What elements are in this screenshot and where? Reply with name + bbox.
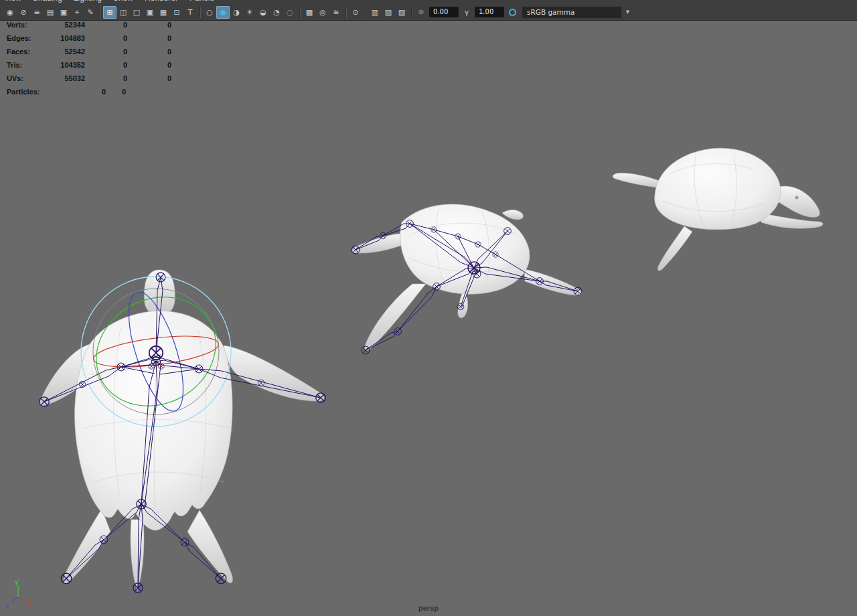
lock-camera-icon: ⊘ bbox=[20, 8, 26, 17]
resolution-gate-icon: □ bbox=[133, 8, 140, 17]
wireframe-icon: ○ bbox=[206, 8, 213, 17]
lights-icon: ☀ bbox=[246, 8, 253, 17]
camera-name-label: persp bbox=[0, 604, 857, 612]
toolbar-separator bbox=[411, 7, 412, 18]
grid-icon: ⊞ bbox=[106, 8, 112, 17]
textured-display-button[interactable]: ◑ bbox=[230, 6, 243, 19]
motion-blur-button[interactable]: ◌ bbox=[283, 6, 297, 19]
smooth-shade-button[interactable]: ● bbox=[216, 6, 230, 19]
grid-toggle-button[interactable]: ⊞ bbox=[103, 6, 116, 19]
ambient-occlusion-icon: ◔ bbox=[273, 8, 280, 17]
hud-value: 0 bbox=[131, 48, 171, 56]
gate-mask-button[interactable]: ▣ bbox=[143, 6, 157, 19]
hud-row-edges: Edges: 104883 0 0 bbox=[0, 32, 187, 46]
hud-value: 104352 bbox=[40, 61, 85, 69]
ambient-occlusion-button[interactable]: ◔ bbox=[270, 6, 283, 19]
image-plane-button[interactable]: ▣ bbox=[57, 6, 70, 19]
exposure-icon: ☼ bbox=[418, 8, 424, 17]
fog-button[interactable]: ≋ bbox=[329, 6, 343, 19]
safe-title-button[interactable]: T bbox=[183, 6, 197, 19]
hud-value: 0 bbox=[87, 61, 127, 69]
select-camera-icon: ◉ bbox=[7, 8, 13, 17]
safe-title-icon: T bbox=[188, 8, 193, 17]
fog-icon: ≋ bbox=[333, 8, 339, 17]
turtle-model-front[interactable] bbox=[40, 270, 324, 591]
hud-label: Edges: bbox=[7, 34, 31, 42]
wireframe-display-button[interactable]: ○ bbox=[203, 6, 216, 19]
bookmark-icon: ▤ bbox=[47, 8, 54, 17]
grease-pencil-icon: ✎ bbox=[87, 8, 93, 17]
film-gate-button[interactable]: ◫ bbox=[116, 6, 130, 19]
xray-joints-button[interactable]: ▨ bbox=[395, 6, 408, 19]
menu-shading[interactable]: Shading bbox=[33, 0, 62, 3]
grease-pencil-button[interactable]: ✎ bbox=[84, 6, 97, 19]
resolution-gate-button[interactable]: □ bbox=[130, 6, 143, 19]
hud-value: 0 bbox=[87, 34, 127, 42]
hud-value: 0 bbox=[87, 48, 127, 56]
hud-value: 0 bbox=[131, 34, 171, 42]
gamma-toggle-button[interactable]: γ bbox=[460, 6, 473, 19]
hud-value: 0 bbox=[87, 74, 127, 82]
turtle-model-right[interactable] bbox=[613, 148, 823, 271]
xray-joints-icon: ▨ bbox=[398, 8, 405, 17]
hud-label: Particles: bbox=[7, 88, 40, 96]
hud-row-faces: Faces: 52542 0 0 bbox=[0, 46, 187, 59]
anti-aliasing-button[interactable]: ▩ bbox=[303, 6, 316, 19]
field-chart-icon: ▦ bbox=[160, 8, 167, 17]
menu-show[interactable]: Show bbox=[113, 0, 133, 3]
hud-row-verts: Verts: 52344 0 0 bbox=[0, 19, 187, 32]
gamma-field[interactable]: 1.00 bbox=[475, 7, 504, 17]
xray-icon: ▥ bbox=[372, 8, 378, 17]
hud-value: 55032 bbox=[40, 74, 85, 82]
depth-of-field-button[interactable]: ◎ bbox=[316, 6, 329, 19]
toolbar-separator bbox=[200, 7, 200, 18]
shadows-button[interactable]: ◒ bbox=[256, 6, 270, 19]
bookmark-button[interactable]: ▤ bbox=[44, 6, 57, 19]
xray-active-button[interactable]: ▧ bbox=[382, 6, 395, 19]
lock-camera-button[interactable]: ⊘ bbox=[17, 6, 30, 19]
hud-value: 0 bbox=[131, 74, 171, 82]
color-management-button[interactable] bbox=[505, 6, 519, 19]
field-chart-button[interactable]: ▦ bbox=[157, 6, 170, 19]
hud-row-tris: Tris: 104352 0 0 bbox=[0, 59, 187, 72]
hud-label: Faces: bbox=[7, 48, 30, 56]
hud-value: 0 bbox=[131, 21, 171, 29]
hud-value: 104883 bbox=[40, 34, 85, 42]
isolate-select-icon: ⊙ bbox=[352, 8, 358, 17]
menu-renderer[interactable]: Renderer bbox=[145, 0, 178, 3]
heads-up-display: Verts: 52344 0 0 Edges: 104883 0 0 Faces… bbox=[0, 19, 187, 99]
isolate-select-button[interactable]: ⊙ bbox=[349, 6, 362, 19]
color-management-icon bbox=[509, 9, 516, 16]
camera-attributes-button[interactable]: ≡ bbox=[30, 6, 44, 19]
hud-row-particles: Particles: 0 0 bbox=[0, 86, 187, 99]
shadows-icon: ◒ bbox=[260, 8, 266, 17]
depth-of-field-icon: ◎ bbox=[319, 8, 326, 17]
textured-icon: ◑ bbox=[233, 8, 240, 17]
hud-label: UVs: bbox=[7, 74, 23, 82]
xray-active-icon: ▧ bbox=[385, 8, 392, 17]
safe-action-icon: ⊡ bbox=[173, 8, 179, 17]
viewport-3d[interactable]: y x z Verts: 52344 0 0 Edges: 104883 0 0… bbox=[0, 0, 857, 616]
menu-panels[interactable]: Panels bbox=[189, 0, 214, 3]
xray-button[interactable]: ▥ bbox=[368, 6, 382, 19]
image-plane-icon: ▣ bbox=[60, 8, 67, 17]
turtle-model-middle[interactable] bbox=[352, 204, 582, 350]
select-camera-button[interactable]: ◉ bbox=[3, 6, 17, 19]
exposure-field[interactable]: 0.00 bbox=[429, 7, 459, 17]
menu-lighting[interactable]: Lighting bbox=[74, 0, 102, 3]
exposure-toggle-button[interactable]: ☼ bbox=[414, 6, 428, 19]
hud-label: Tris: bbox=[7, 61, 22, 69]
safe-action-button[interactable]: ⊡ bbox=[170, 6, 183, 19]
view-transform-dropdown-arrow[interactable]: ▼ bbox=[622, 7, 633, 18]
camera-attributes-icon: ≡ bbox=[33, 8, 40, 17]
pan-zoom-button[interactable]: ⌖ bbox=[70, 6, 84, 19]
film-gate-icon: ◫ bbox=[120, 8, 127, 17]
view-transform-dropdown[interactable]: sRGB gamma bbox=[522, 7, 621, 18]
use-all-lights-button[interactable]: ☀ bbox=[243, 6, 256, 19]
toolbar-separator bbox=[299, 7, 300, 18]
gamma-icon: γ bbox=[465, 8, 469, 17]
menu-view[interactable]: View bbox=[4, 0, 21, 3]
motion-blur-icon: ◌ bbox=[287, 8, 293, 17]
toolbar-separator bbox=[345, 7, 346, 18]
turtle-eye bbox=[795, 196, 799, 200]
